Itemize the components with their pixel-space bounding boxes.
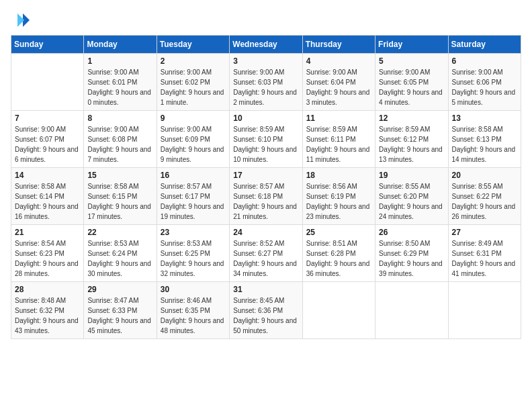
- calendar-cell: 21Sunrise: 8:54 AMSunset: 6:23 PMDayligh…: [11, 225, 84, 282]
- day-info: Sunrise: 9:00 AMSunset: 6:09 PMDaylight:…: [161, 124, 226, 165]
- calendar-cell: 28Sunrise: 8:48 AMSunset: 6:32 PMDayligh…: [11, 282, 84, 339]
- day-number: 21: [15, 228, 80, 237]
- header: [11, 11, 521, 30]
- day-info: Sunrise: 8:53 AMSunset: 6:24 PMDaylight:…: [87, 238, 152, 279]
- day-number: 20: [452, 171, 517, 180]
- day-info: Sunrise: 8:49 AMSunset: 6:31 PMDaylight:…: [452, 238, 517, 279]
- day-number: 16: [161, 171, 226, 180]
- calendar-cell: 24Sunrise: 8:52 AMSunset: 6:27 PMDayligh…: [230, 225, 302, 282]
- day-info: Sunrise: 8:59 AMSunset: 6:12 PMDaylight:…: [379, 124, 444, 165]
- calendar-cell: 17Sunrise: 8:57 AMSunset: 6:18 PMDayligh…: [230, 168, 302, 225]
- day-number: 2: [161, 56, 226, 66]
- calendar-cell: 14Sunrise: 8:58 AMSunset: 6:14 PMDayligh…: [11, 168, 84, 225]
- day-info: Sunrise: 8:58 AMSunset: 6:14 PMDaylight:…: [15, 181, 80, 222]
- column-header-monday: Monday: [84, 36, 157, 54]
- calendar-table: SundayMondayTuesdayWednesdayThursdayFrid…: [11, 35, 521, 339]
- day-number: 23: [161, 228, 226, 237]
- day-info: Sunrise: 8:54 AMSunset: 6:23 PMDaylight:…: [15, 238, 80, 279]
- column-header-friday: Friday: [375, 36, 448, 54]
- day-number: 7: [15, 113, 80, 123]
- calendar-cell: 23Sunrise: 8:53 AMSunset: 6:25 PMDayligh…: [157, 225, 229, 282]
- day-info: Sunrise: 9:00 AMSunset: 6:04 PMDaylight:…: [306, 67, 371, 107]
- day-info: Sunrise: 8:59 AMSunset: 6:11 PMDaylight:…: [306, 124, 371, 165]
- calendar-cell: 15Sunrise: 8:58 AMSunset: 6:15 PMDayligh…: [84, 168, 157, 225]
- logo: [11, 11, 32, 30]
- calendar-cell: 29Sunrise: 8:47 AMSunset: 6:33 PMDayligh…: [84, 282, 157, 339]
- day-info: Sunrise: 8:55 AMSunset: 6:20 PMDaylight:…: [379, 181, 444, 222]
- day-info: Sunrise: 8:55 AMSunset: 6:22 PMDaylight:…: [452, 181, 517, 222]
- day-number: 4: [306, 56, 371, 66]
- day-number: 1: [87, 56, 152, 66]
- day-number: 10: [233, 113, 298, 123]
- column-header-wednesday: Wednesday: [230, 36, 302, 54]
- day-info: Sunrise: 8:56 AMSunset: 6:19 PMDaylight:…: [306, 181, 371, 222]
- day-info: Sunrise: 8:53 AMSunset: 6:25 PMDaylight:…: [161, 238, 226, 279]
- calendar-week-row: 1Sunrise: 9:00 AMSunset: 6:01 PMDaylight…: [11, 54, 521, 111]
- calendar-cell: 31Sunrise: 8:45 AMSunset: 6:36 PMDayligh…: [230, 282, 302, 339]
- day-number: 28: [15, 285, 80, 294]
- day-number: 6: [452, 56, 517, 66]
- calendar-cell: 25Sunrise: 8:51 AMSunset: 6:28 PMDayligh…: [302, 225, 375, 282]
- calendar-cell: 4Sunrise: 9:00 AMSunset: 6:04 PMDaylight…: [302, 54, 375, 111]
- day-number: 13: [452, 113, 517, 123]
- day-info: Sunrise: 8:52 AMSunset: 6:27 PMDaylight:…: [233, 238, 298, 279]
- calendar-week-row: 14Sunrise: 8:58 AMSunset: 6:14 PMDayligh…: [11, 168, 521, 225]
- day-number: 26: [379, 228, 444, 237]
- calendar-cell: [375, 282, 448, 339]
- calendar-week-row: 7Sunrise: 9:00 AMSunset: 6:07 PMDaylight…: [11, 111, 521, 168]
- column-header-sunday: Sunday: [11, 36, 84, 54]
- calendar-cell: [448, 282, 521, 339]
- day-number: 27: [452, 228, 517, 237]
- day-number: 19: [379, 171, 444, 180]
- day-info: Sunrise: 8:57 AMSunset: 6:17 PMDaylight:…: [161, 181, 226, 222]
- calendar-cell: 30Sunrise: 8:46 AMSunset: 6:35 PMDayligh…: [157, 282, 229, 339]
- day-info: Sunrise: 8:45 AMSunset: 6:36 PMDaylight:…: [233, 295, 298, 336]
- day-number: 15: [87, 171, 152, 180]
- day-info: Sunrise: 8:47 AMSunset: 6:33 PMDaylight:…: [87, 295, 152, 336]
- calendar-cell: 7Sunrise: 9:00 AMSunset: 6:07 PMDaylight…: [11, 111, 84, 168]
- day-number: 29: [87, 285, 152, 294]
- column-header-saturday: Saturday: [448, 36, 521, 54]
- calendar-cell: 8Sunrise: 9:00 AMSunset: 6:08 PMDaylight…: [84, 111, 157, 168]
- calendar-cell: 13Sunrise: 8:58 AMSunset: 6:13 PMDayligh…: [448, 111, 521, 168]
- day-number: 5: [379, 56, 444, 66]
- calendar-cell: 1Sunrise: 9:00 AMSunset: 6:01 PMDaylight…: [84, 54, 157, 111]
- calendar-cell: [11, 54, 84, 111]
- day-number: 3: [233, 56, 298, 66]
- day-info: Sunrise: 8:58 AMSunset: 6:15 PMDaylight:…: [87, 181, 152, 222]
- day-number: 24: [233, 228, 298, 237]
- column-header-tuesday: Tuesday: [157, 36, 229, 54]
- day-info: Sunrise: 9:00 AMSunset: 6:02 PMDaylight:…: [161, 67, 226, 107]
- calendar-cell: 5Sunrise: 9:00 AMSunset: 6:05 PMDaylight…: [375, 54, 448, 111]
- day-info: Sunrise: 8:58 AMSunset: 6:13 PMDaylight:…: [452, 124, 517, 165]
- calendar-cell: 19Sunrise: 8:55 AMSunset: 6:20 PMDayligh…: [375, 168, 448, 225]
- day-info: Sunrise: 9:00 AMSunset: 6:06 PMDaylight:…: [452, 67, 517, 107]
- day-info: Sunrise: 9:00 AMSunset: 6:08 PMDaylight:…: [87, 124, 152, 165]
- day-number: 30: [161, 285, 226, 294]
- day-number: 12: [379, 113, 444, 123]
- calendar-cell: 20Sunrise: 8:55 AMSunset: 6:22 PMDayligh…: [448, 168, 521, 225]
- day-number: 25: [306, 228, 371, 237]
- calendar-cell: 16Sunrise: 8:57 AMSunset: 6:17 PMDayligh…: [157, 168, 229, 225]
- calendar-cell: 10Sunrise: 8:59 AMSunset: 6:10 PMDayligh…: [230, 111, 302, 168]
- calendar-cell: 22Sunrise: 8:53 AMSunset: 6:24 PMDayligh…: [84, 225, 157, 282]
- day-number: 14: [15, 171, 80, 180]
- calendar-cell: 6Sunrise: 9:00 AMSunset: 6:06 PMDaylight…: [448, 54, 521, 111]
- day-info: Sunrise: 8:57 AMSunset: 6:18 PMDaylight:…: [233, 181, 298, 222]
- day-number: 9: [161, 113, 226, 123]
- day-info: Sunrise: 9:00 AMSunset: 6:07 PMDaylight:…: [15, 124, 80, 165]
- calendar-cell: 9Sunrise: 9:00 AMSunset: 6:09 PMDaylight…: [157, 111, 229, 168]
- day-info: Sunrise: 9:00 AMSunset: 6:03 PMDaylight:…: [233, 67, 298, 107]
- calendar-cell: [302, 282, 375, 339]
- day-number: 11: [306, 113, 371, 123]
- day-info: Sunrise: 9:00 AMSunset: 6:05 PMDaylight:…: [379, 67, 444, 107]
- day-number: 8: [87, 113, 152, 123]
- day-number: 22: [87, 228, 152, 237]
- day-info: Sunrise: 8:59 AMSunset: 6:10 PMDaylight:…: [233, 124, 298, 165]
- day-info: Sunrise: 8:46 AMSunset: 6:35 PMDaylight:…: [161, 295, 226, 336]
- calendar-cell: 26Sunrise: 8:50 AMSunset: 6:29 PMDayligh…: [375, 225, 448, 282]
- day-info: Sunrise: 8:51 AMSunset: 6:28 PMDaylight:…: [306, 238, 371, 279]
- day-info: Sunrise: 9:00 AMSunset: 6:01 PMDaylight:…: [87, 67, 152, 107]
- calendar-cell: 11Sunrise: 8:59 AMSunset: 6:11 PMDayligh…: [302, 111, 375, 168]
- day-number: 31: [233, 285, 298, 294]
